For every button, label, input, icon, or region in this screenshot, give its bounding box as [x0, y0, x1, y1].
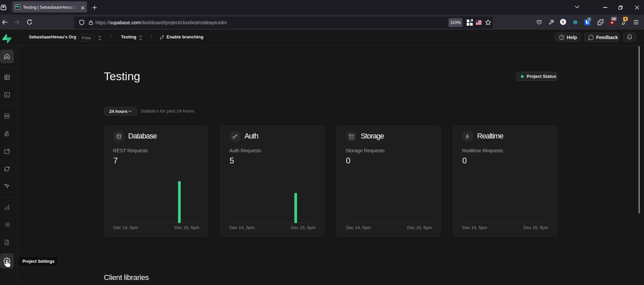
svg-text:S: S [562, 20, 564, 24]
svg-text:w: w [611, 21, 613, 24]
